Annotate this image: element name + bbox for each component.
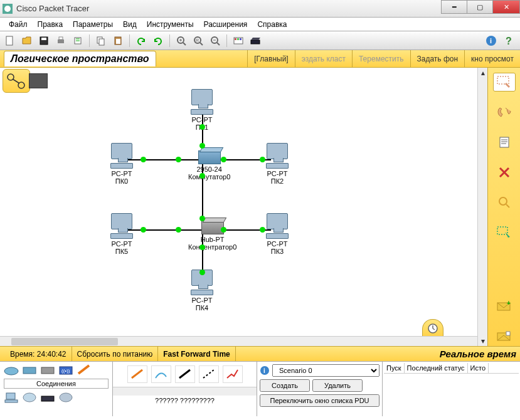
info-button[interactable]: i bbox=[484, 33, 499, 48]
svg-rect-2 bbox=[6, 36, 13, 45]
move-tool[interactable] bbox=[493, 103, 516, 122]
svg-rect-11 bbox=[116, 39, 120, 44]
device-pc2[interactable]: PC-PTПК2 bbox=[266, 143, 289, 185]
crumb-background[interactable]: Задать фон bbox=[410, 50, 465, 67]
menu-tools[interactable]: Инструменты bbox=[142, 19, 199, 30]
redo-button[interactable] bbox=[151, 33, 166, 48]
note-tool[interactable] bbox=[493, 133, 516, 152]
switch-category-icon[interactable] bbox=[22, 364, 37, 376]
menu-options[interactable]: Параметры bbox=[68, 19, 118, 30]
canvas[interactable]: PC-PTПК1 PC-PTПК0 2950-24Коммутатор0 PC-… bbox=[0, 68, 477, 336]
zoom-reset-button[interactable]: R bbox=[191, 33, 206, 48]
toolbar: R i ? bbox=[0, 31, 520, 50]
power-reset-button[interactable]: Сбросить по питанию bbox=[72, 347, 159, 361]
svg-rect-40 bbox=[6, 393, 15, 399]
pdu-col-status[interactable]: Последний статус bbox=[405, 363, 468, 373]
menu-extensions[interactable]: Расширения bbox=[199, 19, 253, 30]
open-button[interactable] bbox=[19, 33, 34, 48]
menu-file[interactable]: Файл bbox=[4, 19, 33, 30]
zoom-in-button[interactable] bbox=[174, 33, 189, 48]
custom-category-icon[interactable] bbox=[40, 391, 55, 404]
new-button[interactable] bbox=[3, 33, 18, 48]
pdu-list-panel: Пуск Последний статус Исто bbox=[383, 362, 520, 416]
maximize-button[interactable]: ▢ bbox=[467, 0, 493, 14]
device-hub0[interactable]: Hub-PTКонцентратор0 bbox=[188, 221, 236, 251]
wizard-button[interactable] bbox=[70, 33, 85, 48]
realtime-label[interactable]: Реальное время bbox=[440, 349, 516, 359]
svg-text:i: i bbox=[263, 367, 265, 374]
svg-rect-43 bbox=[41, 396, 54, 401]
menu-view[interactable]: Вид bbox=[118, 19, 142, 30]
add-simple-pdu-tool[interactable]: + bbox=[493, 297, 516, 316]
workspace-tabbar: Логическое пространство [Главный] эздать… bbox=[0, 50, 520, 68]
scenario-delete-button[interactable]: Удалить bbox=[312, 379, 363, 392]
conn-fiber-icon[interactable] bbox=[223, 365, 243, 383]
select-tool[interactable] bbox=[493, 73, 516, 92]
close-button[interactable]: ✕ bbox=[492, 0, 520, 14]
vertical-scrollbar[interactable]: ▴ ▾ bbox=[477, 68, 487, 346]
inspect-tool[interactable] bbox=[493, 193, 516, 212]
crumb-move[interactable]: Тереместить bbox=[352, 50, 410, 67]
zoom-out-button[interactable] bbox=[208, 33, 223, 48]
svg-text:R: R bbox=[196, 38, 199, 43]
custom-device-button[interactable] bbox=[248, 33, 263, 48]
hub-category-icon[interactable] bbox=[40, 364, 55, 376]
menu-help[interactable]: Справка bbox=[252, 19, 292, 30]
svg-rect-36 bbox=[23, 367, 36, 374]
svg-point-44 bbox=[60, 393, 72, 402]
multiuser-category-icon[interactable] bbox=[58, 391, 73, 404]
drawing-palette-button[interactable] bbox=[231, 33, 246, 48]
device-pc4[interactable]: PC-PTПК4 bbox=[191, 270, 213, 312]
menubar: Файл Правка Параметры Вид Инструменты Ра… bbox=[0, 18, 520, 31]
device-pc0[interactable]: PC-PTПК0 bbox=[110, 143, 133, 185]
scenario-select[interactable]: Scenario 0 bbox=[272, 364, 379, 377]
svg-rect-6 bbox=[59, 37, 63, 39]
enddevice-category-icon[interactable] bbox=[4, 391, 19, 404]
help-button[interactable]: ? bbox=[501, 33, 516, 48]
svg-rect-9 bbox=[99, 39, 104, 45]
conn-auto-icon[interactable] bbox=[127, 365, 147, 383]
device-pc5[interactable]: PC-PTПК5 bbox=[110, 213, 133, 255]
router-category-icon[interactable] bbox=[4, 364, 19, 376]
crumb-main[interactable]: [Главный] bbox=[247, 50, 295, 67]
menu-edit[interactable]: Правка bbox=[33, 19, 68, 30]
device-sw0[interactable]: 2950-24Коммутатор0 bbox=[188, 150, 230, 181]
horizontal-scrollbar[interactable] bbox=[0, 336, 477, 346]
print-button[interactable] bbox=[53, 33, 68, 48]
svg-text:?: ? bbox=[506, 36, 512, 46]
pdu-col-source[interactable]: Исто bbox=[468, 363, 489, 373]
conn-console-icon[interactable] bbox=[151, 365, 171, 383]
add-complex-pdu-tool[interactable] bbox=[493, 327, 516, 346]
svg-text:+: + bbox=[507, 300, 511, 307]
svg-rect-34 bbox=[506, 332, 510, 335]
device-pc3[interactable]: PC-PTПК3 bbox=[266, 213, 289, 255]
copy-button[interactable] bbox=[93, 33, 109, 48]
crumb-cluster[interactable]: эздать класт bbox=[295, 50, 352, 67]
paste-button[interactable] bbox=[110, 33, 125, 48]
time-value: 24:40:42 bbox=[37, 350, 66, 359]
svg-rect-20 bbox=[251, 40, 260, 44]
scenario-create-button[interactable]: Создать bbox=[260, 379, 310, 392]
right-toolbar: + bbox=[487, 68, 520, 346]
undo-button[interactable] bbox=[134, 33, 149, 48]
info-icon: i bbox=[260, 365, 270, 375]
save-button[interactable] bbox=[36, 33, 51, 48]
conn-crossover-icon[interactable] bbox=[199, 365, 219, 383]
crumb-viewport[interactable]: кно просмот bbox=[464, 50, 520, 67]
connection-scrollbar[interactable] bbox=[113, 387, 257, 396]
connection-category-icon[interactable] bbox=[77, 364, 92, 376]
logical-tab[interactable]: Логическое пространство bbox=[4, 51, 156, 66]
wan-category-icon[interactable] bbox=[22, 391, 37, 404]
realtime-tab-icon[interactable] bbox=[422, 319, 443, 336]
pdu-col-fire[interactable]: Пуск bbox=[384, 363, 405, 373]
toggle-pdu-list-button[interactable]: Переключить окно списка PDU bbox=[260, 394, 379, 407]
connection-type-panel: ?????? ????????? bbox=[113, 362, 257, 416]
delete-tool[interactable] bbox=[493, 163, 516, 182]
minimize-button[interactable]: ━ bbox=[441, 0, 467, 14]
svg-point-42 bbox=[23, 393, 36, 402]
wireless-category-icon[interactable]: ((•)) bbox=[58, 364, 73, 376]
resize-tool[interactable] bbox=[493, 223, 516, 242]
main-area: PC-PTПК1 PC-PTПК0 2950-24Коммутатор0 PC-… bbox=[0, 68, 520, 346]
fast-forward-button[interactable]: Fast Forward Time bbox=[158, 347, 235, 361]
conn-straight-icon[interactable] bbox=[175, 365, 195, 383]
